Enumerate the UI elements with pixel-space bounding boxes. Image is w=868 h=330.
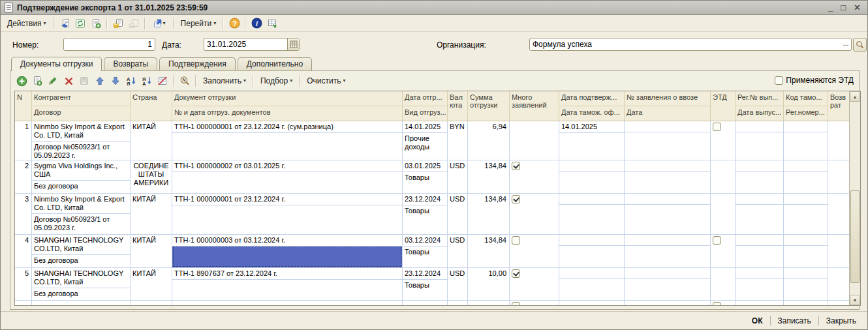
cell-customs-date[interactable]: [559, 245, 624, 267]
related-documents-button[interactable]: [265, 16, 279, 31]
cell-etd[interactable]: [711, 160, 736, 193]
end-edit-button[interactable]: [77, 74, 91, 88]
cell-ship-kind[interactable]: Товары: [403, 205, 447, 234]
cell-currency[interactable]: USD: [448, 268, 468, 300]
date-field[interactable]: [204, 38, 300, 51]
close-button[interactable]: ✕: [854, 3, 861, 12]
cell-currency[interactable]: USD: [448, 194, 468, 234]
tab-confirmations[interactable]: Подтверждения: [159, 57, 236, 70]
cell-etd[interactable]: [711, 301, 736, 305]
cell-reg-no[interactable]: [736, 160, 783, 171]
cell-confirm-date[interactable]: [559, 268, 624, 278]
cell-customs-date[interactable]: [559, 204, 624, 234]
cell-customs-code[interactable]: [784, 121, 828, 132]
cell-reg-number[interactable]: [784, 278, 828, 300]
cell-country[interactable]: КИТАЙ: [131, 121, 172, 160]
cell-shipping-doc[interactable]: ТТН-1 000000002 от 03.01.2025 г.: [172, 160, 402, 172]
cell-ship-date[interactable]: [403, 301, 448, 305]
cell-import-app-date[interactable]: [625, 171, 710, 193]
table-row-partial[interactable]: [15, 301, 849, 305]
cell-amount[interactable]: 134,84: [468, 235, 510, 267]
cell-return[interactable]: [828, 194, 848, 234]
cell-many-apps[interactable]: [510, 121, 559, 160]
delete-row-button[interactable]: [61, 74, 76, 88]
move-up-button[interactable]: [93, 74, 107, 88]
clear-menu-button[interactable]: Очистить ▾: [303, 74, 349, 88]
etd-checkbox[interactable]: [713, 302, 721, 305]
cell-ship-date[interactable]: 03.12.2024: [403, 235, 447, 246]
cell-many-apps[interactable]: [510, 268, 559, 300]
table-row[interactable]: 1 Ninmbo Sky Import & Export Co. LTD, Ки…: [15, 121, 849, 160]
cell-contractor[interactable]: [32, 301, 131, 305]
cell-customs-date[interactable]: [559, 132, 624, 160]
cell-reg-number[interactable]: [784, 171, 828, 193]
cell-ship-date[interactable]: 14.01.2025: [403, 121, 447, 132]
add-row-button[interactable]: [14, 74, 29, 88]
cell-issue-date[interactable]: [736, 132, 783, 160]
post-document-button[interactable]: [57, 16, 72, 31]
cell-contract[interactable]: Без договора: [32, 180, 130, 193]
cell-customs-code[interactable]: [784, 235, 828, 245]
cell-country[interactable]: КИТАЙ: [131, 194, 172, 234]
scroll-up-button[interactable]: ▲: [850, 91, 860, 102]
cell-import-app-no[interactable]: [625, 160, 710, 171]
maximize-button[interactable]: □: [841, 3, 846, 12]
cell-ship-kind[interactable]: Товары: [403, 279, 447, 300]
many-apps-checkbox[interactable]: [512, 195, 520, 203]
cell-many-apps[interactable]: [510, 301, 559, 305]
cell-reg-no[interactable]: [736, 301, 784, 305]
cell-ship-kind[interactable]: Товары: [403, 246, 447, 267]
cell-country[interactable]: КИТАЙ: [131, 235, 172, 267]
many-apps-checkbox[interactable]: [512, 162, 520, 170]
cell-ship-date[interactable]: 23.12.2024: [403, 268, 447, 279]
sort-ascending-button[interactable]: АЯ: [124, 74, 138, 88]
etd-checkbox[interactable]: [713, 236, 721, 245]
cell-row-number[interactable]: 5: [15, 268, 32, 300]
cell-doc-numbers[interactable]: [172, 279, 402, 300]
cell-import-app-date[interactable]: [625, 278, 710, 300]
cell-import-app-date[interactable]: [625, 132, 710, 160]
cell-amount[interactable]: 10,00: [468, 268, 510, 300]
cell-ship-date[interactable]: 23.12.2024: [403, 194, 447, 205]
cell-shipping-doc[interactable]: ТТН-1 8907637 от 23.12.2024 г.: [172, 268, 402, 279]
date-input[interactable]: [204, 38, 287, 50]
vertical-scrollbar[interactable]: ▲ ▼: [849, 91, 860, 305]
cell-import-app-no[interactable]: [625, 235, 710, 245]
copy-document-button[interactable]: [89, 16, 103, 31]
cell-import-app-no[interactable]: [625, 121, 710, 132]
many-apps-checkbox[interactable]: [512, 236, 520, 245]
cell-etd[interactable]: [711, 121, 736, 160]
cell-contractor[interactable]: SHANGHAI TECHNOLOGY CO.LTD, Китай: [32, 268, 130, 288]
copy-row-button[interactable]: [30, 74, 44, 88]
cell-contractor[interactable]: SHANGHAI TECHNOLOGY CO.LTD, Китай: [32, 235, 130, 254]
cell-issue-date[interactable]: [736, 245, 783, 267]
cell-import-app-date[interactable]: [625, 204, 710, 234]
cell-amount[interactable]: 134,84: [468, 160, 510, 193]
cell-import-app-no[interactable]: [625, 268, 710, 278]
cell-row-number[interactable]: 2: [15, 160, 32, 193]
edit-row-button[interactable]: [46, 74, 60, 88]
list-settings-button[interactable]: [155, 74, 170, 88]
number-input[interactable]: [64, 38, 155, 50]
table-row[interactable]: 2 Sygma Viva Holdings Inc., США Без дого…: [15, 160, 849, 194]
save-button[interactable]: Записать: [771, 314, 818, 328]
etd-applied-checkbox[interactable]: [775, 76, 783, 85]
cell-contract[interactable]: Без договора: [32, 254, 130, 267]
cell-reg-no[interactable]: [736, 268, 783, 278]
cell-contractor[interactable]: Ninmbo Sky Import & Export Co. LTD, Кита…: [32, 121, 130, 141]
cell-shipping-doc[interactable]: ТТН-1 000000001 от 23.12.2024 г. (сум.ра…: [172, 121, 402, 132]
organization-find-button[interactable]: [853, 38, 867, 52]
number-field[interactable]: [63, 38, 155, 51]
cell-customs-code[interactable]: [784, 194, 828, 204]
cell-etd[interactable]: [711, 194, 736, 234]
cell-shipping-doc[interactable]: ТТН-1 000000001 от 23.12.2024 г.: [172, 194, 402, 205]
tab-shipping-documents[interactable]: Документы отгрузки: [11, 57, 102, 71]
document-movements-secondary-button[interactable]: [127, 16, 141, 31]
cell-issue-date[interactable]: [736, 278, 783, 300]
cell-reg-no[interactable]: [736, 235, 783, 245]
cell-ship-date[interactable]: 03.01.2025: [403, 160, 447, 172]
scrollbar-track[interactable]: [850, 102, 860, 295]
find-button[interactable]: N: [178, 74, 192, 88]
minimize-button[interactable]: _: [828, 3, 833, 12]
cell-country[interactable]: КИТАЙ: [131, 268, 172, 300]
